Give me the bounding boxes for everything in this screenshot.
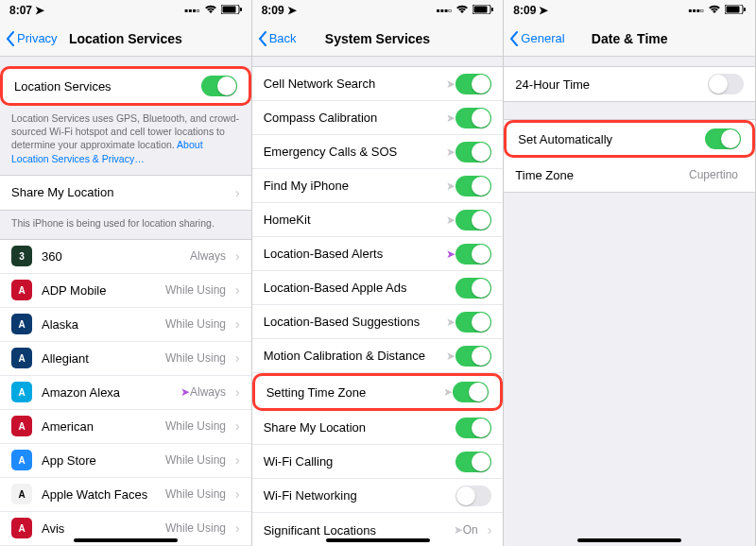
status-bar: 8:09➤ ▪▪▪▫ xyxy=(504,0,755,21)
system-service-row[interactable]: Location-Based Apple Ads xyxy=(252,271,504,305)
app-row[interactable]: AADP MobileWhile Using› xyxy=(0,274,251,308)
row-label: Setting Time Zone xyxy=(266,385,440,400)
time-zone-value: Cupertino xyxy=(689,168,738,181)
wifi-icon xyxy=(204,4,217,17)
chevron-right-icon: › xyxy=(235,418,240,434)
system-service-row[interactable]: HomeKit➤ xyxy=(252,203,504,237)
app-row[interactable]: AAmazon Alexa➤Always› xyxy=(0,376,251,410)
home-indicator[interactable] xyxy=(326,538,430,542)
toggle[interactable] xyxy=(455,244,491,264)
toggle[interactable] xyxy=(455,142,491,162)
svg-rect-2 xyxy=(222,7,235,13)
24-hour-time-row[interactable]: 24-Hour Time xyxy=(504,67,755,101)
system-service-row[interactable]: Find My iPhone➤ xyxy=(252,169,504,203)
back-button[interactable]: Back xyxy=(258,31,297,46)
app-status: While Using xyxy=(165,419,226,433)
toggle[interactable] xyxy=(455,486,491,506)
system-service-row[interactable]: Cell Network Search➤ xyxy=(252,67,504,101)
toggle-row[interactable]: Location Services xyxy=(3,69,249,103)
app-name: ADP Mobile xyxy=(42,283,165,298)
share-note: This iPhone is being used for location s… xyxy=(0,211,251,239)
home-indicator[interactable] xyxy=(577,538,681,542)
app-status: While Using xyxy=(165,351,226,365)
chevron-right-icon: › xyxy=(235,486,240,502)
toggle[interactable] xyxy=(455,210,491,230)
system-services-pane: 8:09➤ ▪▪▪▫ Back System Services Cell Net… xyxy=(252,0,505,546)
battery-icon xyxy=(472,4,493,17)
app-icon: A xyxy=(11,416,32,436)
set-automatically-row[interactable]: Set Automatically xyxy=(504,120,755,158)
toggle[interactable] xyxy=(455,312,491,333)
location-arrow-icon: ➤ xyxy=(446,145,455,159)
app-row[interactable]: 3360Always› xyxy=(0,240,251,274)
back-label: Privacy xyxy=(17,31,58,45)
battery-icon xyxy=(725,4,746,17)
row-label: Compass Calibration xyxy=(264,111,443,125)
set-automatically-toggle[interactable] xyxy=(705,128,741,149)
toggle[interactable] xyxy=(455,452,491,472)
share-location-group: Share My Location › xyxy=(0,175,251,211)
time-zone-row[interactable]: Time Zone Cupertino xyxy=(504,158,755,192)
location-arrow-icon: ➤ xyxy=(446,111,455,125)
system-service-row[interactable]: Location-Based Suggestions➤ xyxy=(252,305,504,339)
app-status: While Using xyxy=(165,453,226,467)
toggle[interactable] xyxy=(455,346,491,367)
back-button[interactable]: General xyxy=(509,31,564,46)
app-status: While Using xyxy=(165,487,226,501)
system-service-row[interactable]: Location-Based Alerts➤ xyxy=(252,237,504,271)
chevron-right-icon: › xyxy=(235,248,240,264)
app-row[interactable]: AAlaskaWhile Using› xyxy=(0,308,251,342)
row-label: Location-Based Apple Ads xyxy=(264,281,456,295)
app-name: 360 xyxy=(42,249,190,264)
location-icon: ➤ xyxy=(35,4,44,17)
system-service-row[interactable]: Motion Calibration & Distance➤ xyxy=(252,339,504,373)
system-services-list: Cell Network Search➤Compass Calibration➤… xyxy=(252,66,504,546)
system-service-row[interactable]: Wi-Fi Networking xyxy=(252,479,504,513)
app-status: While Using xyxy=(165,317,226,331)
row-label: Location Services xyxy=(14,79,201,94)
chevron-right-icon: › xyxy=(235,185,240,200)
app-row[interactable]: AAmericanWhile Using› xyxy=(0,410,251,444)
status-right: ▪▪▪▫ xyxy=(184,4,242,17)
app-row[interactable]: AAllegiantWhile Using› xyxy=(0,342,251,376)
app-row[interactable]: AApp StoreWhile Using› xyxy=(0,444,251,478)
system-service-row[interactable]: Emergency Calls & SOS➤ xyxy=(252,135,504,169)
location-services-toggle[interactable] xyxy=(201,76,237,96)
location-arrow-icon: ➤ xyxy=(454,523,463,537)
toggle[interactable] xyxy=(455,176,491,196)
system-service-row[interactable]: Wi-Fi Calling xyxy=(252,445,504,479)
system-service-row[interactable]: Share My Location xyxy=(252,411,504,445)
toggle[interactable] xyxy=(455,108,491,128)
signal-icon: ▪▪▪▫ xyxy=(688,4,704,17)
location-arrow-icon: ➤ xyxy=(446,350,455,363)
svg-rect-7 xyxy=(744,8,746,11)
footer-note: Location Services uses GPS, Bluetooth, a… xyxy=(0,106,251,175)
chevron-right-icon: › xyxy=(488,522,492,537)
app-icon: 3 xyxy=(11,246,32,266)
app-icon: A xyxy=(11,450,32,470)
toggle[interactable] xyxy=(455,74,491,94)
system-service-row[interactable]: Setting Time Zone➤ xyxy=(252,373,504,411)
content: 24-Hour Time Set Automatically Time Zone… xyxy=(504,57,755,546)
date-time-pane: 8:09➤ ▪▪▪▫ General Date & Time 24-Hour T… xyxy=(504,0,756,546)
nav-bar: General Date & Time xyxy=(504,21,755,57)
location-arrow-icon: ➤ xyxy=(446,316,455,329)
app-name: Alaska xyxy=(42,317,165,332)
location-arrow-icon: ➤ xyxy=(180,385,190,399)
content: Cell Network Search➤Compass Calibration➤… xyxy=(252,57,504,546)
home-indicator[interactable] xyxy=(74,538,178,542)
page-title: System Services xyxy=(325,31,430,46)
app-name: Amazon Alexa xyxy=(42,385,177,400)
toggle[interactable] xyxy=(453,382,489,402)
row-label: Wi-Fi Networking xyxy=(264,488,456,503)
toggle[interactable] xyxy=(455,278,491,299)
wifi-icon xyxy=(708,4,721,17)
location-arrow-icon: ➤ xyxy=(446,179,455,193)
app-row[interactable]: AApple Watch FacesWhile Using› xyxy=(0,478,251,512)
share-my-location-row[interactable]: Share My Location › xyxy=(0,176,251,210)
system-service-row[interactable]: Compass Calibration➤ xyxy=(252,101,504,135)
app-name: Avis xyxy=(42,521,165,536)
back-button[interactable]: Privacy xyxy=(6,31,58,46)
toggle[interactable] xyxy=(455,418,491,438)
24-hour-toggle[interactable] xyxy=(708,74,744,94)
